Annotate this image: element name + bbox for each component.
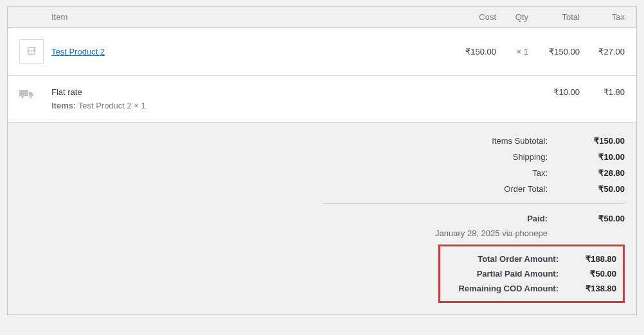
total-order-amount-value: ₹188.80 <box>571 254 616 264</box>
placeholder-image-icon <box>26 45 37 58</box>
order-total-value: ₹50.00 <box>573 184 625 194</box>
col-header-item: Item <box>51 12 451 22</box>
shipping-method-name: Flat rate <box>51 87 451 97</box>
tax-value: ₹28.80 <box>573 168 625 178</box>
remaining-cod-label: Remaining COD Amount: <box>447 284 571 293</box>
shipping-total-label: Shipping: <box>323 152 573 162</box>
shipping-total-value: ₹10.00 <box>573 152 625 162</box>
items-subtotal-label: Items Subtotal: <box>323 136 573 146</box>
order-items-panel: Item Cost Qty Total Tax Test Product 2 ₹… <box>7 6 637 315</box>
product-thumbnail[interactable] <box>19 39 44 64</box>
shipping-total: ₹10.00 <box>528 87 580 97</box>
truck-icon <box>19 91 35 101</box>
order-totals: Items Subtotal: ₹150.00 Shipping: ₹10.00… <box>8 123 636 314</box>
col-header-cost: Cost <box>451 12 496 22</box>
line-item-tax: ₹27.00 <box>580 47 625 56</box>
col-header-qty: Qty <box>496 12 528 22</box>
shipping-tax: ₹1.80 <box>580 87 625 97</box>
divider <box>323 203 625 204</box>
col-header-tax: Tax <box>580 12 625 22</box>
paid-label: Paid: <box>323 214 573 223</box>
product-name-link[interactable]: Test Product 2 <box>51 47 105 56</box>
total-order-amount-label: Total Order Amount: <box>447 254 571 264</box>
line-item-row: Test Product 2 ₹150.00 × 1 ₹150.00 ₹27.0… <box>8 28 636 76</box>
partial-cod-highlight: Total Order Amount: ₹188.80 Partial Paid… <box>438 245 625 303</box>
paid-value: ₹50.00 <box>573 214 625 223</box>
tax-label: Tax: <box>323 168 573 178</box>
items-header: Item Cost Qty Total Tax <box>8 7 636 28</box>
shipping-items-meta: Items: Test Product 2 × 1 <box>51 101 451 110</box>
line-item-cost: ₹150.00 <box>451 47 496 56</box>
line-item-qty: × 1 <box>496 47 528 56</box>
partial-paid-value: ₹50.00 <box>571 269 616 279</box>
remaining-cod-value: ₹138.80 <box>571 284 616 293</box>
paid-meta: January 28, 2025 via phonepe <box>323 227 625 245</box>
items-subtotal-value: ₹150.00 <box>573 136 625 146</box>
shipping-row: Flat rate Items: Test Product 2 × 1 ₹10.… <box>8 76 636 123</box>
col-header-total: Total <box>528 12 580 22</box>
order-total-label: Order Total: <box>323 184 573 194</box>
line-item-total: ₹150.00 <box>528 47 580 56</box>
partial-paid-label: Partial Paid Amount: <box>447 269 571 279</box>
